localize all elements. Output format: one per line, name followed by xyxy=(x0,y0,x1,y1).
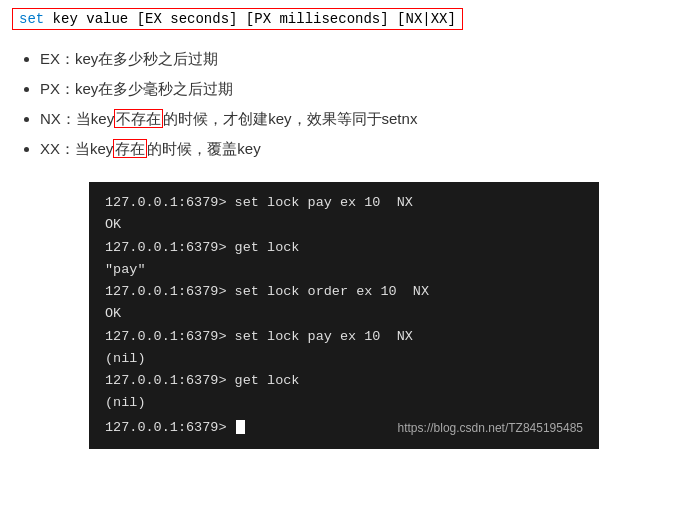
nx-prefix-before: NX：当key xyxy=(40,110,114,127)
terminal-line-3: 127.0.0.1:6379> get lock xyxy=(105,237,583,259)
xx-highlight: 存在 xyxy=(113,139,147,158)
code-syntax-line: set key value [EX seconds] [PX milliseco… xyxy=(12,8,676,44)
bullet-list: EX：key在多少秒之后过期 PX：key在多少毫秒之后过期 NX：当key不存… xyxy=(12,44,676,164)
terminal-wrapper: 127.0.0.1:6379> set lock pay ex 10 NX OK… xyxy=(12,182,676,449)
list-item-ex: EX：key在多少秒之后过期 xyxy=(40,44,676,74)
terminal-footer: 127.0.0.1:6379> https://blog.csdn.net/TZ… xyxy=(105,417,583,439)
csdn-link: https://blog.csdn.net/TZ845195485 xyxy=(398,419,583,439)
cursor-block xyxy=(236,420,245,434)
xx-prefix-before: XX：当key xyxy=(40,140,113,157)
nx-prefix-after: 的时候，才创建key，效果等同于setnx xyxy=(163,110,417,127)
terminal-line-6: OK xyxy=(105,303,583,325)
terminal-line-4: "pay" xyxy=(105,259,583,281)
terminal-line-1: 127.0.0.1:6379> set lock pay ex 10 NX xyxy=(105,192,583,214)
nx-highlight: 不存在 xyxy=(114,109,163,128)
terminal-line-10: (nil) xyxy=(105,392,583,414)
xx-prefix-after: 的时候，覆盖key xyxy=(147,140,260,157)
terminal-line-9: 127.0.0.1:6379> get lock xyxy=(105,370,583,392)
terminal-line-5: 127.0.0.1:6379> set lock order ex 10 NX xyxy=(105,281,583,303)
syntax-code: set key value [EX seconds] [PX milliseco… xyxy=(12,8,463,30)
terminal-prompt-cursor: 127.0.0.1:6379> xyxy=(105,420,245,435)
terminal-line-7: 127.0.0.1:6379> set lock pay ex 10 NX xyxy=(105,326,583,348)
list-item-nx: NX：当key不存在的时候，才创建key，效果等同于setnx xyxy=(40,104,676,134)
terminal-line-2: OK xyxy=(105,214,583,236)
list-item-xx: XX：当key存在的时候，覆盖key xyxy=(40,134,676,164)
terminal: 127.0.0.1:6379> set lock pay ex 10 NX OK… xyxy=(89,182,599,449)
terminal-line-8: (nil) xyxy=(105,348,583,370)
keyword-set: set xyxy=(19,11,44,27)
list-item-px: PX：key在多少毫秒之后过期 xyxy=(40,74,676,104)
